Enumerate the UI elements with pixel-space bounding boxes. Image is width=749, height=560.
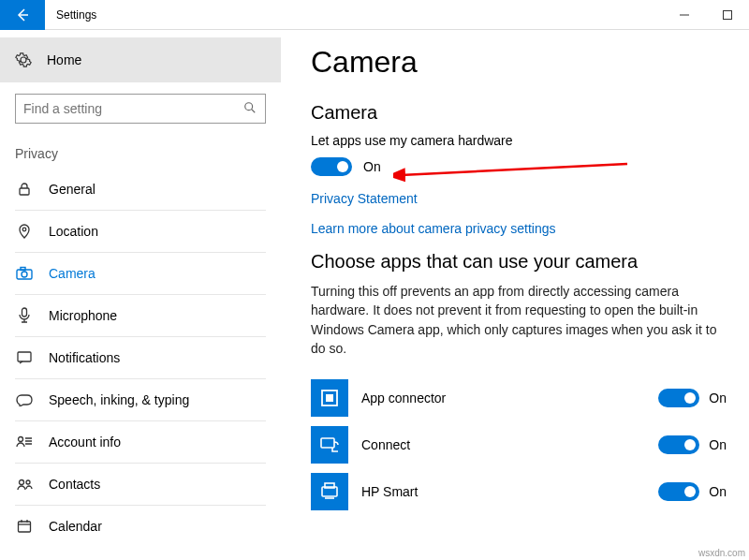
account-icon [15, 433, 34, 451]
app-connector-toggle[interactable] [658, 389, 699, 407]
maximize-button[interactable] [706, 0, 749, 30]
svg-point-14 [26, 480, 30, 484]
svg-rect-20 [326, 394, 333, 402]
sidebar-section-label: Privacy [0, 124, 281, 169]
toggle-state-label: On [709, 484, 727, 499]
sidebar-item-camera[interactable]: Camera [0, 253, 281, 294]
camera-master-toggle[interactable] [311, 157, 352, 176]
sidebar-item-contacts[interactable]: Contacts [0, 464, 281, 505]
main-content: Camera Camera Let apps use my camera har… [300, 30, 749, 560]
sidebar-item-general[interactable]: General [0, 169, 281, 210]
svg-rect-21 [321, 438, 334, 448]
camera-master-toggle-row: On [311, 157, 727, 176]
svg-rect-2 [724, 10, 732, 19]
svg-rect-9 [21, 268, 25, 271]
toggle-state-label: On [709, 391, 727, 405]
sidebar-item-account[interactable]: Account info [0, 421, 281, 463]
sidebar-item-label: Account info [49, 435, 121, 449]
sidebar-item-label: Speech, inking, & typing [49, 392, 189, 407]
sidebar-item-label: Location [49, 224, 98, 239]
search-input[interactable] [23, 101, 242, 116]
app-label: App connector [361, 391, 658, 405]
microphone-icon [15, 306, 34, 325]
window-controls [663, 0, 749, 30]
page-heading: Camera [311, 45, 727, 80]
section-title-choose-apps: Choose apps that can use your camera [311, 251, 727, 273]
svg-line-4 [252, 109, 256, 112]
sidebar-item-label: Microphone [49, 308, 117, 323]
sidebar-home[interactable]: Home [0, 37, 281, 82]
sidebar-home-label: Home [47, 52, 81, 67]
toggle-state-label: On [709, 437, 727, 452]
lock-icon [15, 180, 34, 199]
svg-rect-11 [18, 352, 31, 361]
section-title-camera: Camera [311, 102, 727, 124]
hp-smart-toggle[interactable] [658, 482, 699, 501]
contacts-icon [15, 475, 34, 494]
section-desc-camera: Let apps use my camera hardware [311, 133, 727, 148]
arrow-left-icon [15, 7, 30, 22]
titlebar: Settings [0, 0, 749, 30]
svg-point-3 [245, 102, 253, 110]
window-title: Settings [45, 8, 96, 22]
section-desc-choose-apps: Turning this off prevents an app from di… [311, 282, 727, 358]
sidebar: Home Privacy General Location Camera Mic… [0, 30, 281, 560]
camera-icon [15, 264, 34, 283]
sidebar-item-calendar[interactable]: Calendar [0, 506, 281, 547]
app-row-app-connector: App connector On [311, 375, 727, 421]
sidebar-item-label: Contacts [49, 477, 100, 492]
sidebar-item-label: Calendar [49, 519, 102, 534]
svg-rect-23 [325, 483, 334, 488]
minimize-button[interactable] [663, 0, 706, 30]
watermark: wsxdn.com [698, 548, 745, 558]
connect-toggle[interactable] [658, 435, 699, 454]
app-label: Connect [361, 437, 658, 452]
back-button[interactable] [0, 0, 45, 30]
app-label: HP Smart [361, 484, 658, 499]
svg-rect-15 [19, 522, 31, 532]
svg-point-6 [22, 228, 26, 231]
svg-point-8 [22, 272, 27, 277]
sidebar-item-notifications[interactable]: Notifications [0, 337, 281, 378]
sidebar-item-label: Camera [49, 266, 95, 281]
search-icon [242, 101, 257, 117]
gear-icon [15, 52, 32, 68]
notifications-icon [15, 348, 34, 367]
app-row-connect: Connect On [311, 421, 727, 468]
svg-point-13 [20, 480, 24, 485]
connect-icon [311, 426, 348, 464]
location-icon [15, 222, 34, 241]
app-row-hp-smart: HP Smart On [311, 468, 727, 515]
sidebar-item-location[interactable]: Location [0, 211, 281, 252]
privacy-statement-link[interactable]: Privacy Statement [311, 191, 727, 206]
sidebar-item-label: Notifications [49, 350, 120, 365]
sidebar-item-speech[interactable]: Speech, inking, & typing [0, 379, 281, 420]
svg-rect-10 [22, 308, 27, 317]
sidebar-item-label: General [49, 182, 95, 197]
hp-smart-icon [311, 473, 348, 510]
search-box[interactable] [15, 94, 266, 124]
sidebar-item-microphone[interactable]: Microphone [0, 295, 281, 336]
calendar-icon [15, 517, 34, 536]
speech-icon [15, 391, 34, 409]
svg-rect-5 [20, 188, 29, 195]
camera-master-toggle-label: On [363, 159, 381, 174]
svg-point-12 [19, 437, 23, 442]
learn-more-link[interactable]: Learn more about camera privacy settings [311, 221, 727, 236]
app-connector-icon [311, 379, 348, 417]
